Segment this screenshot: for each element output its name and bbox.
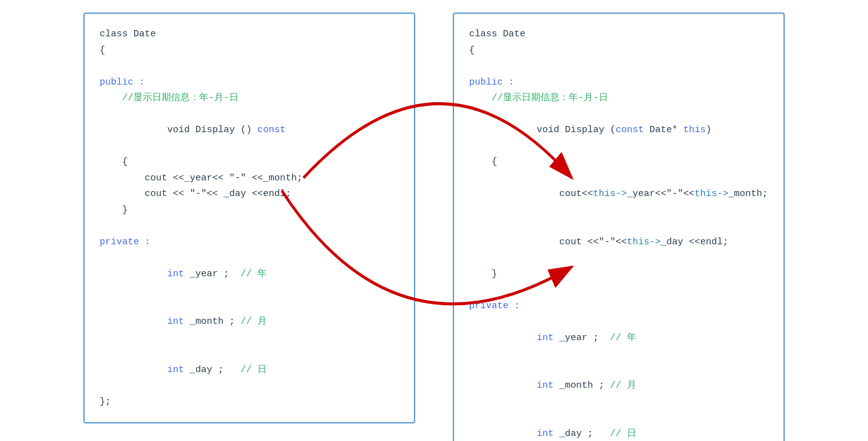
left-line-4: public : [100,75,399,91]
left-line-13: int _year ; // 年 [100,250,399,298]
right-line-2: { [469,43,768,59]
right-line-6: void Display (const Date* this) [469,106,768,155]
left-line-10: } [100,202,399,219]
main-container: class Date { public : //显示日期信息：年-月-日 voi… [21,0,847,441]
left-line-8: cout <<_year<< "-" <<_month; [100,170,399,187]
left-line-16: }; [100,394,399,410]
left-line-12: private : [100,234,399,251]
right-code-box: class Date { public : //显示日期信息：年-月-日 voi… [453,13,785,441]
left-line-3 [100,58,399,75]
left-line-9: cout << "-"<< _day <<endl; [100,186,399,202]
right-line-11 [469,282,768,298]
right-line-8: cout<<this->_year<<"-"<<this->_month; [469,170,768,219]
left-line-15: int _day ; // 日 [100,346,399,394]
left-line-7: { [100,154,399,170]
diagrams-wrapper: class Date { public : //显示日期信息：年-月-日 voi… [21,13,847,441]
right-line-12: private : [469,298,768,314]
left-line-11 [100,218,399,234]
left-line-2: { [100,43,399,59]
right-line-4: public : [469,75,768,91]
left-line-5: //显示日期信息：年-月-日 [100,90,399,106]
right-line-10: } [469,266,768,283]
right-line-5: //显示日期信息：年-月-日 [469,90,768,106]
left-line-14: int _month ; // 月 [100,298,399,346]
left-code-box: class Date { public : //显示日期信息：年-月-日 voi… [83,13,415,423]
left-line-6: void Display () const [100,106,399,155]
left-line-1: class Date [100,26,399,43]
right-line-14: int _month ; // 月 [469,362,768,410]
right-line-15: int _day ; // 日 [469,410,768,441]
right-line-13: int _year ; // 年 [469,314,768,362]
right-line-7: { [469,154,768,170]
right-line-1: class Date [469,26,768,43]
right-line-9: cout <<"-"<<this->_day <<endl; [469,218,768,266]
right-line-3 [469,58,768,75]
